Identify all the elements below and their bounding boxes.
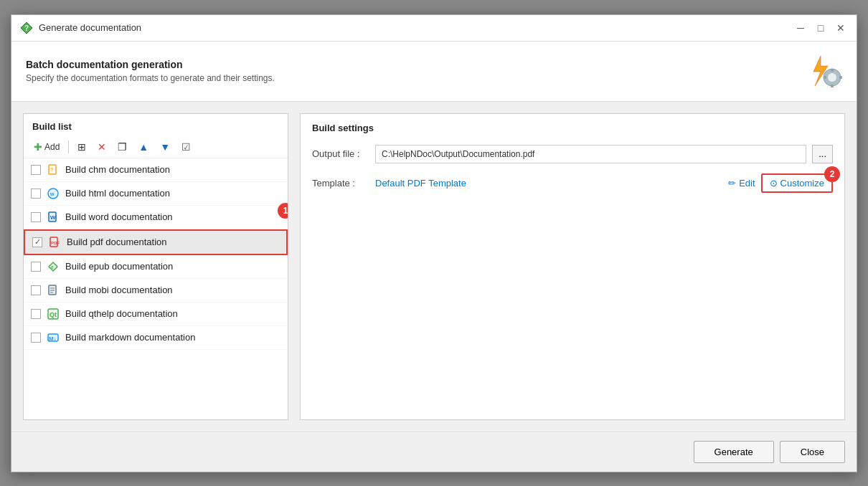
down-arrow-icon: ▼ [160, 141, 170, 153]
restore-button[interactable]: □ [813, 21, 828, 35]
lightning-area [808, 53, 842, 90]
add-button[interactable]: ✚ Add [29, 139, 64, 155]
svg-text:e: e [51, 265, 54, 270]
list-item[interactable]: Qt Build qthelp documentation [24, 302, 288, 326]
pdf-label: Build pdf documentation [67, 237, 166, 247]
epub-checkbox[interactable] [31, 262, 41, 272]
main-content: Build list ✚ Add ⊞ ✕ ❐ ▲ [11, 102, 857, 432]
delete-button[interactable]: ✕ [93, 139, 110, 155]
svg-text:PDF: PDF [51, 241, 60, 245]
build-list-title: Build list [24, 114, 288, 136]
qt-label: Build qthelp documentation [65, 308, 178, 319]
copy-icon: ❐ [118, 141, 127, 153]
markdown-icon: M↓ [47, 331, 60, 344]
svg-rect-4 [831, 69, 834, 72]
build-list-panel: Build list ✚ Add ⊞ ✕ ❐ ▲ [23, 113, 288, 420]
title-controls: ─ □ ✕ [793, 21, 848, 35]
list-item[interactable]: W Build word documentation 1 [24, 206, 288, 229]
pdf-icon: PDF [48, 236, 61, 249]
list-item[interactable]: ✓ PDF Build pdf documentation [24, 229, 288, 255]
list-item[interactable]: Build mobi documentation [24, 279, 288, 302]
template-label: Template : [312, 178, 369, 189]
badge-1: 1 [278, 203, 288, 219]
layout-icon: ⊞ [77, 141, 86, 153]
generate-button[interactable]: Generate [694, 441, 774, 463]
template-link[interactable]: Default PDF Template [375, 178, 466, 189]
toolbar-divider-1 [68, 140, 69, 153]
browse-button[interactable]: ... [812, 145, 833, 163]
mobi-checkbox[interactable] [31, 285, 41, 295]
qt-icon: Qt [47, 308, 60, 320]
chm-label: Build chm documentation [65, 164, 170, 175]
mobi-label: Build mobi documentation [65, 285, 173, 295]
close-button[interactable]: Close [780, 441, 845, 463]
epub-label: Build epub documentation [65, 261, 173, 272]
html-icon: w [47, 187, 60, 200]
edit-label: Edit [739, 178, 755, 189]
move-down-button[interactable]: ▼ [156, 139, 174, 155]
svg-rect-6 [824, 76, 826, 79]
move-up-button[interactable]: ▲ [134, 139, 153, 155]
list-items: ? Build chm documentation w Build html d [24, 158, 288, 419]
pencil-icon: ✏ [728, 178, 736, 189]
customize-label: Customize [780, 178, 824, 189]
pdf-checkbox[interactable]: ✓ [32, 237, 42, 247]
check-button[interactable]: ☑ [177, 139, 195, 155]
mobi-icon [47, 284, 60, 297]
list-item[interactable]: ? Build chm documentation [24, 158, 288, 182]
main-window: ? Generate documentation ─ □ ✕ Batch doc… [11, 14, 857, 472]
window-title: Generate documentation [39, 22, 141, 33]
delete-icon: ✕ [98, 141, 106, 153]
chm-checkbox[interactable] [31, 165, 41, 175]
minimize-button[interactable]: ─ [793, 21, 808, 35]
chm-icon: ? [47, 163, 60, 176]
template-actions: ✏ Edit ⊙ Customize 2 [728, 173, 833, 193]
html-checkbox[interactable] [31, 189, 41, 199]
svg-rect-7 [839, 76, 842, 79]
word-icon: W [47, 211, 60, 224]
header-text: Batch documentation generation Specify t… [26, 59, 275, 83]
checkall-icon: ☑ [181, 141, 191, 153]
template-row: Template : Default PDF Template ✏ Edit ⊙… [312, 173, 833, 193]
header-section: Batch documentation generation Specify t… [11, 42, 857, 102]
svg-text:W: W [50, 214, 56, 221]
html-label: Build html documentation [65, 188, 170, 199]
footer: Generate Close [11, 432, 857, 472]
qt-checkbox[interactable] [31, 309, 41, 319]
up-arrow-icon: ▲ [138, 141, 148, 153]
output-file-input[interactable] [375, 145, 806, 163]
svg-rect-5 [831, 85, 834, 87]
markdown-checkbox[interactable] [31, 333, 41, 343]
svg-text:?: ? [24, 24, 29, 32]
customize-button[interactable]: ⊙ Customize [761, 173, 833, 193]
epub-icon: e [47, 260, 60, 273]
header-title: Batch documentation generation [26, 59, 275, 70]
svg-text:w: w [49, 191, 55, 196]
list-item[interactable]: w Build html documentation [24, 182, 288, 206]
output-file-label: Output file : [312, 148, 369, 159]
edit-button[interactable]: ✏ Edit [728, 178, 755, 189]
word-label: Build word documentation [65, 211, 173, 222]
layout-button[interactable]: ⊞ [73, 139, 90, 155]
svg-text:?: ? [50, 167, 53, 172]
build-settings-panel: Build settings Output file : ... Templat… [300, 113, 845, 420]
lightning-gear-icon [808, 53, 842, 87]
word-checkbox[interactable] [31, 212, 41, 222]
title-bar-left: ? Generate documentation [20, 22, 141, 34]
checkmark-icon: ✓ [34, 237, 41, 247]
close-button[interactable]: ✕ [834, 21, 848, 35]
svg-text:Qt: Qt [49, 311, 57, 318]
markdown-label: Build markdown documentation [65, 332, 195, 343]
svg-point-3 [828, 73, 836, 82]
header-subtitle: Specify the documentation formats to gen… [26, 73, 275, 83]
svg-text:M↓: M↓ [49, 335, 57, 342]
title-bar: ? Generate documentation ─ □ ✕ [11, 15, 857, 42]
app-icon: ? [20, 22, 33, 34]
copy-button[interactable]: ❐ [113, 139, 131, 155]
settings-title: Build settings [312, 123, 833, 133]
output-file-row: Output file : ... [312, 145, 833, 163]
list-item[interactable]: M↓ Build markdown documentation [24, 326, 288, 350]
list-item[interactable]: e Build epub documentation [24, 255, 288, 279]
toolbar: ✚ Add ⊞ ✕ ❐ ▲ ▼ [24, 136, 288, 158]
customize-container: ⊙ Customize 2 [761, 173, 833, 193]
